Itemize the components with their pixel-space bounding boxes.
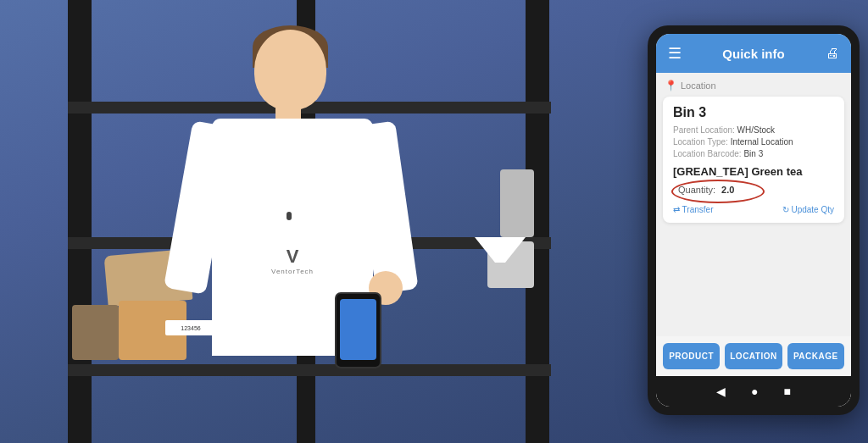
transfer-button[interactable]: ⇄ Transfer — [673, 205, 713, 214]
product-name: [GREAN_TEA] Green tea — [673, 165, 834, 178]
location-type-row: Location Type: Internal Location — [673, 137, 834, 147]
android-back-button[interactable]: ◀ — [716, 385, 726, 398]
bottom-nav: PRODUCT LOCATION PACKAGE — [656, 336, 851, 376]
update-qty-button[interactable]: ↻ Update Qty — [782, 205, 834, 214]
shelf-box-2 — [72, 305, 119, 360]
shelf-barcode-label: 123456 — [165, 320, 216, 335]
location-type-value: Internal Location — [731, 137, 793, 147]
shelf-horizontal-3 — [68, 364, 551, 376]
print-icon[interactable]: 🖨 — [826, 46, 839, 61]
location-nav-button[interactable]: LOCATION — [725, 343, 782, 369]
location-info-card: Bin 3 Parent Location: WH/Stock Location… — [663, 97, 844, 223]
held-phone-screen — [340, 299, 376, 360]
microphone — [287, 212, 292, 220]
app-header: ☰ Quick info 🖨 — [656, 34, 851, 73]
app-title: Quick info — [722, 47, 784, 61]
location-type-label: Location Type: — [673, 137, 728, 147]
logo-v-symbol: V — [271, 246, 314, 268]
shelf-box-right-2 — [500, 169, 534, 237]
shirt-logo: V VentorTech — [271, 246, 314, 275]
mobile-screen: ☰ Quick info 🖨 📍 Location Bin 3 Parent L… — [656, 34, 851, 407]
android-recent-button[interactable]: ■ — [784, 385, 791, 398]
quantity-text: Quantity: 2.0 — [673, 181, 748, 198]
app-content: 📍 Location Bin 3 Parent Location: WH/Sto… — [656, 73, 851, 336]
parent-location-row: Parent Location: WH/Stock — [673, 125, 834, 135]
logo-text: VentorTech — [271, 268, 314, 275]
location-label-text: Location — [681, 80, 716, 91]
location-barcode-label: Location Barcode: — [673, 149, 742, 158]
held-phone — [335, 292, 381, 368]
location-barcode-value: Bin 3 — [743, 149, 763, 158]
shelf-pole-left — [68, 0, 92, 443]
action-row: ⇄ Transfer ↻ Update Qty — [673, 205, 834, 214]
package-nav-button[interactable]: PACKAGE — [787, 343, 844, 369]
quantity-value: 2.0 — [721, 185, 734, 195]
product-nav-button[interactable]: PRODUCT — [663, 343, 720, 369]
location-pin-icon: 📍 — [665, 80, 677, 91]
mobile-device-frame: ☰ Quick info 🖨 📍 Location Bin 3 Parent L… — [648, 25, 860, 415]
android-nav-bar: ◀ ● ■ — [656, 376, 851, 407]
parent-location-value: WH/Stock — [737, 125, 775, 135]
bin-name: Bin 3 — [673, 105, 834, 120]
menu-icon[interactable]: ☰ — [668, 44, 682, 63]
person-head — [254, 30, 326, 110]
quantity-row: Quantity: 2.0 — [673, 181, 834, 198]
location-barcode-row: Location Barcode: Bin 3 — [673, 149, 834, 158]
android-home-button[interactable]: ● — [751, 385, 758, 398]
parent-location-label: Parent Location: — [673, 125, 735, 135]
location-label-row: 📍 Location — [663, 80, 844, 91]
